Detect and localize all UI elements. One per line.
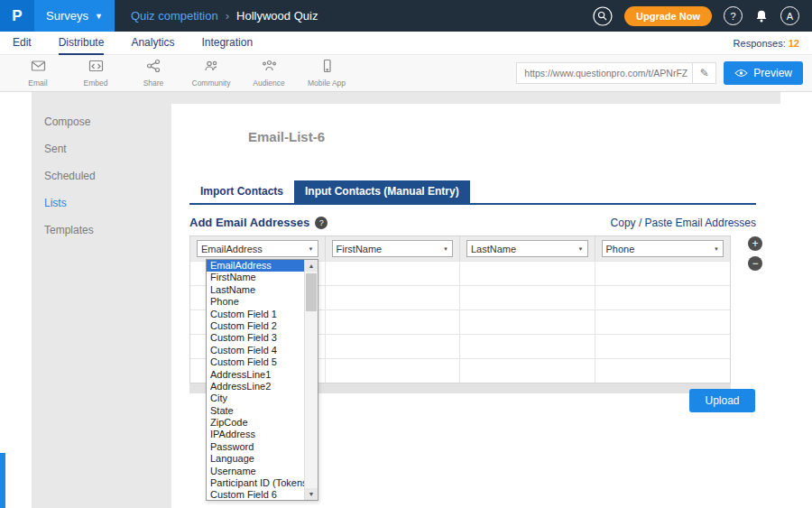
dropdown-option[interactable]: Custom Field 6 <box>207 489 305 501</box>
dropdown-option[interactable]: EmailAddress <box>207 260 305 272</box>
dropdown-option[interactable]: ZipCode <box>207 417 305 429</box>
dropdown-option[interactable]: AddressLine1 <box>207 369 305 381</box>
sidebar-item-lists[interactable]: Lists <box>32 189 171 217</box>
table-cell[interactable] <box>595 359 731 383</box>
sidebar-item-compose[interactable]: Compose <box>32 108 171 135</box>
responses-count: Responses: 12 <box>734 38 812 49</box>
product-label: Surveys <box>46 9 88 23</box>
tab-analytics[interactable]: Analytics <box>131 32 174 55</box>
dropdown-option[interactable]: Custom Field 1 <box>207 309 305 320</box>
dropdown-option[interactable]: AddressLine2 <box>207 381 305 393</box>
lists-sidebar: Compose Sent Scheduled Lists Templates <box>32 92 171 508</box>
dropdown-option[interactable]: Custom Field 3 <box>207 332 305 344</box>
scrollbar-thumb[interactable] <box>306 273 317 311</box>
select-value: LastName <box>471 244 516 254</box>
dropdown-option[interactable]: Phone <box>207 296 305 308</box>
dropdown-option[interactable]: State <box>207 405 305 417</box>
add-row-button[interactable]: + <box>748 236 762 251</box>
table-cell[interactable] <box>595 310 731 334</box>
tool-audience[interactable]: Audience <box>240 59 298 88</box>
table-cell[interactable] <box>326 359 461 383</box>
breadcrumb-parent[interactable]: Quiz competition <box>131 9 218 23</box>
dropdown-option[interactable]: Custom Field 2 <box>207 320 305 332</box>
table-cell[interactable] <box>595 286 731 309</box>
feedback-side-tab[interactable] <box>0 453 5 508</box>
table-cell[interactable] <box>460 359 595 383</box>
toolbar-right: https://www.questionpro.com/t/APNrFZ ✎ P… <box>516 61 812 85</box>
dropdown-option[interactable]: Password <box>207 441 305 453</box>
tool-label: Embed <box>84 79 108 88</box>
tab-input-contacts-manual[interactable]: Input Contacts (Manual Entry) <box>294 180 470 203</box>
dropdown-option[interactable]: IPAddress <box>207 429 305 440</box>
dropdown-option[interactable]: Custom Field 4 <box>207 345 305 356</box>
section-header: Add Email Addresses ? Copy / Paste Email… <box>189 216 756 229</box>
sidebar-item-sent[interactable]: Sent <box>32 135 171 162</box>
table-cell[interactable] <box>460 286 595 309</box>
dropdown-scrollbar[interactable]: ▲ ▼ <box>304 260 318 500</box>
top-bar: P Surveys ▼ Quiz competition › Hollywood… <box>0 0 812 32</box>
tool-email[interactable]: Email <box>9 59 67 88</box>
edit-url-button[interactable]: ✎ <box>693 62 716 84</box>
tab-edit[interactable]: Edit <box>13 32 32 55</box>
content-panel: Email-List-6 Import Contacts Input Conta… <box>171 104 780 508</box>
upgrade-now-button[interactable]: Upgrade Now <box>624 6 712 26</box>
product-switcher[interactable]: Surveys ▼ <box>34 0 115 32</box>
tool-share[interactable]: Share <box>125 59 182 88</box>
scroll-down-icon[interactable]: ▼ <box>305 488 318 500</box>
scroll-up-icon[interactable]: ▲ <box>305 260 318 272</box>
table-cell[interactable] <box>326 262 461 285</box>
mobile-icon <box>319 59 335 77</box>
remove-row-button[interactable]: − <box>748 256 762 271</box>
tab-import-contacts[interactable]: Import Contacts <box>189 180 294 203</box>
tool-mobile-app[interactable]: Mobile App <box>298 59 355 88</box>
embed-icon <box>88 59 104 77</box>
search-icon[interactable] <box>593 6 613 26</box>
tool-label: Community <box>192 79 231 88</box>
column-select-firstname[interactable]: FirstName▼ <box>332 240 454 257</box>
distribute-toolbar: Email Embed Share Community Audience Mob… <box>0 55 812 92</box>
pencil-icon: ✎ <box>700 67 709 79</box>
breadcrumb-current: Hollywood Quiz <box>236 9 318 23</box>
table-cell[interactable] <box>595 335 731 358</box>
chevron-down-icon: ▼ <box>309 246 314 252</box>
dropdown-option[interactable]: LastName <box>207 284 305 296</box>
dropdown-option[interactable]: FirstName <box>207 272 305 283</box>
sidebar-item-scheduled[interactable]: Scheduled <box>32 162 171 189</box>
responses-value: 12 <box>789 38 799 49</box>
help-button[interactable]: ? <box>724 6 743 25</box>
table-cell[interactable] <box>595 262 731 285</box>
avatar[interactable]: A <box>780 6 799 25</box>
bell-icon[interactable] <box>754 9 769 23</box>
chevron-down-icon: ▼ <box>578 246 584 252</box>
column-select-email[interactable]: EmailAddress▼ <box>197 240 318 257</box>
table-cell[interactable] <box>460 262 595 285</box>
select-value: EmailAddress <box>201 244 263 254</box>
tab-distribute[interactable]: Distribute <box>59 32 105 55</box>
dropdown-option[interactable]: City <box>207 393 305 404</box>
dropdown-option[interactable]: Participant ID (Tokens) <box>207 477 305 489</box>
sidebar-item-templates[interactable]: Templates <box>32 217 171 244</box>
dropdown-option[interactable]: Username <box>207 466 305 477</box>
email-icon <box>31 59 46 77</box>
table-cell[interactable] <box>326 335 461 358</box>
preview-button[interactable]: Preview <box>724 61 803 85</box>
breadcrumb-separator: › <box>226 9 229 23</box>
section-title: Add Email Addresses <box>189 216 309 229</box>
table-cell[interactable] <box>460 310 595 334</box>
select-value: Phone <box>606 244 635 254</box>
table-cell[interactable] <box>326 310 461 334</box>
survey-url-input[interactable]: https://www.questionpro.com/t/APNrFZ <box>516 62 693 84</box>
column-select-phone[interactable]: Phone▼ <box>602 240 724 257</box>
table-cell[interactable] <box>460 335 595 358</box>
help-icon[interactable]: ? <box>315 217 328 229</box>
dropdown-option[interactable]: Custom Field 5 <box>207 356 305 368</box>
tab-integration[interactable]: Integration <box>201 32 253 55</box>
upload-button[interactable]: Upload <box>689 389 755 412</box>
tool-community[interactable]: Community <box>182 59 240 88</box>
dropdown-option[interactable]: Language <box>207 453 305 465</box>
table-cell[interactable] <box>326 286 461 309</box>
questionpro-logo[interactable]: P <box>0 0 34 32</box>
tool-embed[interactable]: Embed <box>67 59 125 88</box>
copy-paste-link[interactable]: Copy / Paste Email Addresses <box>611 217 756 229</box>
column-select-lastname[interactable]: LastName▼ <box>466 240 588 257</box>
